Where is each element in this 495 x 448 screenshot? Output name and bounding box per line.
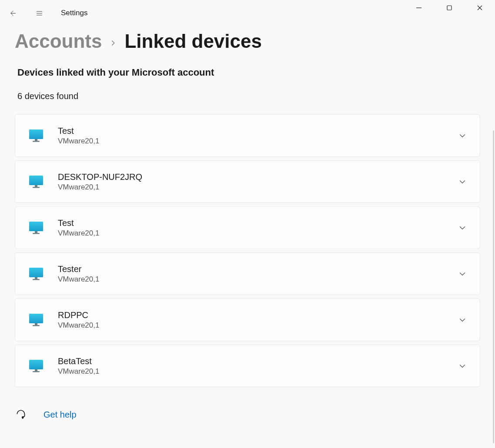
close-icon bbox=[477, 5, 483, 11]
svg-rect-1 bbox=[29, 129, 43, 139]
arrow-left-icon bbox=[10, 10, 17, 17]
svg-rect-6 bbox=[33, 187, 40, 188]
svg-rect-15 bbox=[33, 325, 40, 326]
device-info: RDPPC VMware20,1 bbox=[58, 310, 458, 330]
device-model: VMware20,1 bbox=[58, 137, 458, 146]
svg-rect-7 bbox=[29, 222, 43, 231]
svg-rect-18 bbox=[33, 371, 40, 372]
svg-rect-12 bbox=[33, 279, 40, 280]
device-model: VMware20,1 bbox=[58, 229, 458, 238]
help-icon: ? bbox=[16, 409, 27, 420]
close-button[interactable] bbox=[465, 0, 495, 16]
device-count: 6 devices found bbox=[17, 91, 480, 101]
device-card[interactable]: Test VMware20,1 bbox=[15, 114, 480, 157]
page-title: Linked devices bbox=[124, 30, 261, 52]
svg-rect-10 bbox=[29, 268, 43, 277]
chevron-down-icon bbox=[458, 315, 467, 324]
maximize-button[interactable] bbox=[434, 0, 465, 16]
device-model: VMware20,1 bbox=[58, 367, 458, 376]
chevron-down-icon bbox=[458, 223, 467, 232]
scrollbar[interactable] bbox=[493, 130, 494, 443]
svg-rect-3 bbox=[33, 141, 40, 142]
title-bar: Settings bbox=[0, 0, 495, 26]
device-card[interactable]: BetaTest VMware20,1 bbox=[15, 345, 480, 387]
maximize-icon bbox=[446, 5, 452, 11]
svg-rect-13 bbox=[29, 314, 43, 323]
device-info: BetaTest VMware20,1 bbox=[58, 356, 458, 376]
monitor-icon bbox=[28, 266, 44, 282]
svg-rect-4 bbox=[29, 176, 43, 185]
svg-rect-2 bbox=[35, 139, 37, 141]
device-name: Tester bbox=[58, 264, 458, 274]
device-model: VMware20,1 bbox=[58, 183, 458, 192]
chevron-down-icon bbox=[458, 131, 467, 140]
svg-rect-9 bbox=[33, 233, 40, 234]
device-model: VMware20,1 bbox=[58, 321, 458, 330]
monitor-icon bbox=[28, 312, 44, 328]
device-name: DESKTOP-NUF2JRQ bbox=[58, 172, 458, 182]
device-list: Test VMware20,1 DESKTOP-NUF2JRQ bbox=[15, 114, 480, 387]
breadcrumb-parent[interactable]: Accounts bbox=[15, 30, 102, 52]
nav-toggle-button[interactable] bbox=[26, 0, 52, 26]
get-help-label: Get help bbox=[43, 410, 77, 420]
minimize-icon bbox=[416, 5, 422, 11]
get-help-link[interactable]: ? Get help bbox=[16, 409, 480, 420]
minimize-button[interactable] bbox=[404, 0, 434, 16]
svg-text:?: ? bbox=[22, 417, 23, 419]
chevron-down-icon bbox=[458, 269, 467, 278]
svg-rect-16 bbox=[29, 360, 43, 369]
chevron-right-icon bbox=[110, 37, 117, 49]
breadcrumb: Accounts Linked devices bbox=[15, 30, 480, 52]
device-name: Test bbox=[58, 218, 458, 228]
chevron-down-icon bbox=[458, 177, 467, 186]
svg-rect-11 bbox=[35, 277, 37, 279]
device-model: VMware20,1 bbox=[58, 275, 458, 284]
device-info: DESKTOP-NUF2JRQ VMware20,1 bbox=[58, 172, 458, 192]
device-name: RDPPC bbox=[58, 310, 458, 320]
monitor-icon bbox=[28, 174, 44, 189]
svg-rect-5 bbox=[35, 185, 37, 187]
device-card[interactable]: Tester VMware20,1 bbox=[15, 252, 480, 295]
device-info: Test VMware20,1 bbox=[58, 218, 458, 238]
back-button[interactable] bbox=[0, 0, 26, 26]
svg-rect-14 bbox=[35, 323, 37, 325]
monitor-icon bbox=[28, 220, 44, 236]
monitor-icon bbox=[28, 128, 44, 143]
svg-rect-0 bbox=[447, 6, 452, 10]
device-card[interactable]: DESKTOP-NUF2JRQ VMware20,1 bbox=[15, 160, 480, 203]
svg-rect-8 bbox=[35, 231, 37, 233]
chevron-down-icon bbox=[458, 362, 467, 370]
device-name: BetaTest bbox=[58, 356, 458, 366]
svg-rect-17 bbox=[35, 369, 37, 371]
monitor-icon bbox=[28, 358, 44, 374]
app-title: Settings bbox=[61, 9, 87, 17]
device-info: Test VMware20,1 bbox=[58, 126, 458, 146]
device-card[interactable]: RDPPC VMware20,1 bbox=[15, 299, 480, 341]
hamburger-icon bbox=[36, 10, 43, 17]
device-name: Test bbox=[58, 126, 458, 136]
device-card[interactable]: Test VMware20,1 bbox=[15, 206, 480, 249]
device-info: Tester VMware20,1 bbox=[58, 264, 458, 284]
section-subtitle: Devices linked with your Microsoft accou… bbox=[17, 67, 480, 78]
